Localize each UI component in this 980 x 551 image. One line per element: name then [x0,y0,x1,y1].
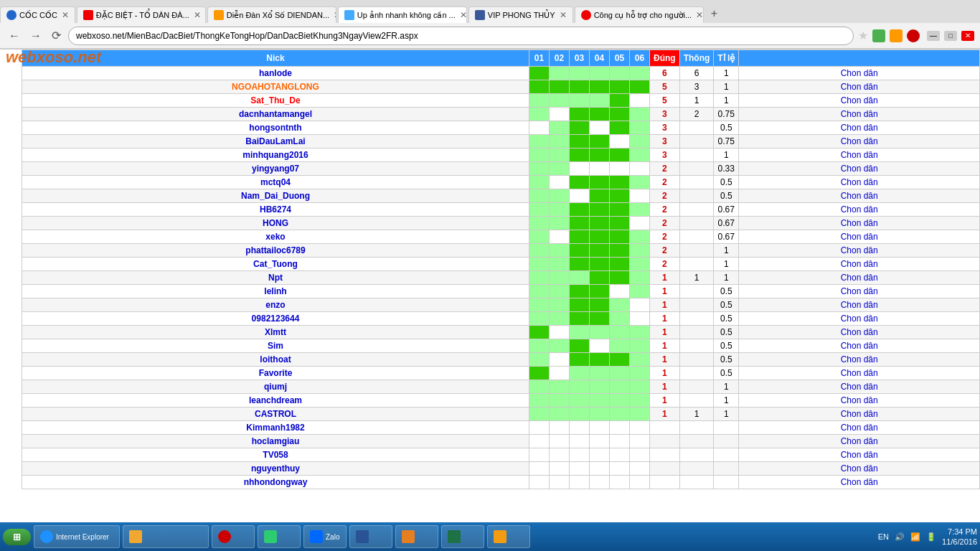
chon-dan-link[interactable]: Chon dân [841,245,878,255]
chon-dan-link[interactable]: Chon dân [841,395,878,405]
taskbar-opera[interactable] [212,525,255,537]
cell-chon-dan[interactable]: Chon dân [739,326,980,339]
chon-dan-link[interactable]: Chon dân [841,218,878,228]
tab-cococ[interactable]: CỐC CỐC ✕ [0,6,75,23]
chon-dan-link[interactable]: Chon dân [841,477,878,487]
tab-facebook[interactable]: VIP PHONG THỦY ✕ [468,6,573,23]
tab-close[interactable]: ✕ [62,10,69,20]
new-tab-button[interactable]: + [705,4,723,23]
cell-col4 [589,462,609,476]
cell-chon-dan[interactable]: Chon dân [739,121,980,135]
chon-dan-link[interactable]: Chon dân [841,423,878,433]
start-button[interactable]: ⊞ [3,529,31,538]
cell-nick: minhquang2016 [22,149,529,162]
cell-chon-dan[interactable]: Chon dân [739,230,980,244]
chon-dan-link[interactable]: Chon dân [841,327,878,337]
cell-chon-dan[interactable]: Chon dân [739,271,980,285]
cell-chon-dan[interactable]: Chon dân [739,80,980,94]
tab-upload[interactable]: Up ảnh nhanh không cần ... ✕ [338,6,467,23]
chon-dan-link[interactable]: Chon dân [841,82,878,92]
taskbar-app3[interactable] [487,525,530,537]
cell-chon-dan[interactable]: Chon dân [739,162,980,176]
cell-chon-dan[interactable]: Chon dân [739,244,980,258]
taskbar-app2[interactable] [395,525,438,537]
chon-dan-link[interactable]: Chon dân [841,177,878,187]
cell-chon-dan[interactable]: Chon dân [739,298,980,312]
chon-dan-link[interactable]: Chon dân [841,300,878,310]
cell-chon-dan[interactable]: Chon dân [739,476,980,489]
taskbar-ie[interactable]: Internet Explorer [34,525,120,537]
tab-close[interactable]: ✕ [194,10,201,20]
chon-dan-link[interactable]: Chon dân [841,450,878,460]
reload-button[interactable]: ⟳ [49,27,64,44]
cell-chon-dan[interactable]: Chon dân [739,94,980,108]
chon-dan-link[interactable]: Chon dân [841,68,878,78]
cell-chon-dan[interactable]: Chon dân [739,408,980,421]
taskbar-excel[interactable] [441,525,484,537]
cell-chon-dan[interactable]: Chon dân [739,189,980,203]
cell-chon-dan[interactable]: Chon dân [739,258,980,271]
chon-dan-link[interactable]: Chon dân [841,150,878,160]
cell-chon-dan[interactable]: Chon dân [739,339,980,353]
cell-col3 [569,121,589,135]
tab-congtcu[interactable]: Công cụ hỗ trợ cho người... ✕ [575,6,704,23]
cell-chon-dan[interactable]: Chon dân [739,380,980,394]
app3-icon [494,530,507,537]
min-button[interactable]: — [927,31,940,41]
cell-chon-dan[interactable]: Chon dân [739,448,980,462]
tab-close[interactable]: ✕ [696,10,703,20]
cell-chon-dan[interactable]: Chon dân [739,217,980,230]
cell-chon-dan[interactable]: Chon dân [739,108,980,121]
cell-chon-dan[interactable]: Chon dân [739,462,980,476]
chon-dan-link[interactable]: Chon dân [841,109,878,119]
cell-chon-dan[interactable]: Chon dân [739,312,980,326]
taskbar-word[interactable] [349,525,392,537]
close-button[interactable]: ✕ [961,31,974,41]
tab-close[interactable]: ✕ [334,10,336,20]
chon-dan-link[interactable]: Chon dân [841,191,878,201]
max-button[interactable]: □ [944,31,957,41]
cell-chon-dan[interactable]: Chon dân [739,67,980,80]
taskbar-explorer[interactable] [123,525,209,537]
cell-chon-dan[interactable]: Chon dân [739,367,980,380]
cell-col4 [589,408,609,421]
taskbar-zalo[interactable]: Zalo [303,525,347,537]
chon-dan-link[interactable]: Chon dân [841,164,878,174]
chon-dan-link[interactable]: Chon dân [841,232,878,242]
tab-close[interactable]: ✕ [560,10,567,20]
cell-chon-dan[interactable]: Chon dân [739,285,980,298]
chon-dan-link[interactable]: Chon dân [841,273,878,283]
chon-dan-link[interactable]: Chon dân [841,354,878,364]
chon-dan-link[interactable]: Chon dân [841,95,878,105]
chon-dan-link[interactable]: Chon dân [841,382,878,392]
cell-chon-dan[interactable]: Chon dân [739,176,980,189]
back-button[interactable]: ← [6,28,23,44]
chon-dan-link[interactable]: Chon dân [841,436,878,446]
chon-dan-link[interactable]: Chon dân [841,123,878,133]
chon-dan-link[interactable]: Chon dân [841,136,878,146]
cell-col2 [549,367,569,380]
url-input[interactable] [68,27,854,45]
cell-chon-dan[interactable]: Chon dân [739,421,980,435]
cell-col6 [629,121,649,135]
cell-col6 [629,258,649,271]
taskbar-app1[interactable] [258,525,301,537]
cell-chon-dan[interactable]: Chon dân [739,149,980,162]
chon-dan-link[interactable]: Chon dân [841,314,878,324]
cell-chon-dan[interactable]: Chon dân [739,394,980,408]
chon-dan-link[interactable]: Chon dân [841,286,878,296]
tab-close[interactable]: ✕ [460,10,467,20]
tab-dacbiet[interactable]: ĐẶC BIỆT - TỔ DÀN ĐÀ... ✕ [77,6,206,23]
chon-dan-link[interactable]: Chon dân [841,341,878,351]
cell-chon-dan[interactable]: Chon dân [739,203,980,217]
cell-chon-dan[interactable]: Chon dân [739,435,980,448]
forward-button[interactable]: → [27,28,44,44]
chon-dan-link[interactable]: Chon dân [841,368,878,378]
chon-dan-link[interactable]: Chon dân [841,463,878,474]
cell-chon-dan[interactable]: Chon dân [739,135,980,149]
cell-chon-dan[interactable]: Chon dân [739,353,980,367]
tab-diendan[interactable]: Diễn Đàn Xổ Số DIENDAN... ✕ [207,6,336,23]
chon-dan-link[interactable]: Chon dân [841,204,878,215]
chon-dan-link[interactable]: Chon dân [841,259,878,269]
chon-dan-link[interactable]: Chon dân [841,409,878,419]
